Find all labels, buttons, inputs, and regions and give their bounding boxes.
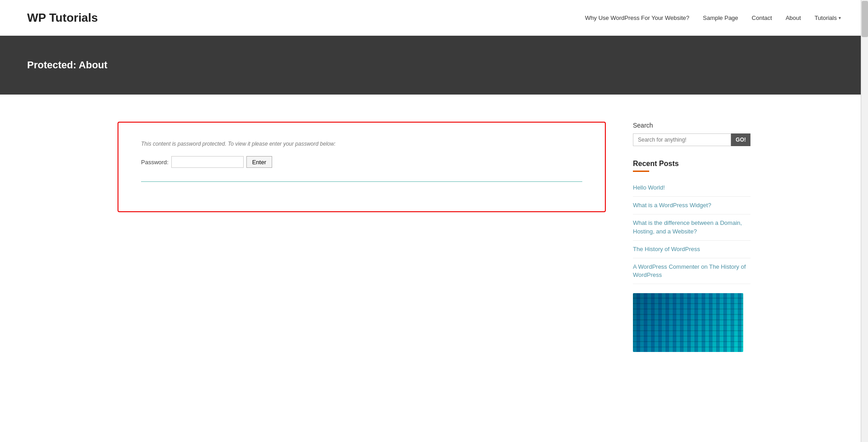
list-item: Hello World! (633, 179, 750, 197)
search-input[interactable] (633, 133, 731, 146)
divider-line (141, 181, 582, 182)
scrollbar[interactable] (861, 0, 868, 393)
nav-item-sample-page[interactable]: Sample Page (703, 14, 738, 21)
recent-post-link[interactable]: What is a WordPress Widget? (633, 201, 750, 209)
list-item: What is a WordPress Widget? (633, 197, 750, 214)
recent-post-link[interactable]: What is the difference between a Domain,… (633, 219, 750, 235)
protected-info-text: This content is password protected. To v… (141, 141, 582, 147)
sidebar: Search GO! Recent Posts Hello World! Wha… (633, 122, 750, 366)
nav-item-about[interactable]: About (786, 14, 801, 21)
search-widget: Search GO! (633, 122, 750, 146)
protected-box: This content is password protected. To v… (118, 122, 606, 212)
search-row: GO! (633, 133, 750, 146)
site-header: WP Tutorials Why Use WordPress For Your … (0, 0, 868, 36)
list-item: The History of WordPress (633, 241, 750, 258)
recent-posts-underline (633, 171, 649, 172)
recent-posts-widget: Recent Posts Hello World! What is a Word… (633, 160, 750, 352)
page-title-bar: Protected: About (0, 36, 868, 95)
nav-item-contact[interactable]: Contact (752, 14, 772, 21)
sidebar-thumbnail-image (633, 293, 743, 352)
recent-post-link[interactable]: A WordPress Commenter on The History of … (633, 263, 750, 279)
password-input[interactable] (171, 156, 244, 168)
scrollbar-thumb[interactable] (862, 1, 868, 37)
search-widget-title: Search (633, 122, 750, 129)
list-item: What is the difference between a Domain,… (633, 214, 750, 240)
search-go-button[interactable]: GO! (731, 133, 750, 146)
site-title[interactable]: WP Tutorials (27, 11, 98, 25)
recent-post-link[interactable]: The History of WordPress (633, 245, 750, 253)
recent-posts-title: Recent Posts (633, 160, 750, 168)
nav-item-why-wordpress[interactable]: Why Use WordPress For Your Website? (585, 14, 689, 21)
enter-button[interactable]: Enter (246, 156, 272, 168)
password-row: Password: Enter (141, 156, 582, 168)
recent-post-link[interactable]: Hello World! (633, 184, 750, 192)
main-content: This content is password protected. To v… (118, 122, 606, 366)
password-label: Password: (141, 159, 169, 166)
nav-item-tutorials[interactable]: Tutorials ▾ (815, 14, 841, 21)
list-item: A WordPress Commenter on The History of … (633, 258, 750, 284)
main-nav: Why Use WordPress For Your Website? Samp… (585, 14, 841, 21)
page-title: Protected: About (27, 59, 108, 71)
content-area: This content is password protected. To v… (90, 95, 778, 393)
chevron-down-icon: ▾ (839, 15, 841, 20)
